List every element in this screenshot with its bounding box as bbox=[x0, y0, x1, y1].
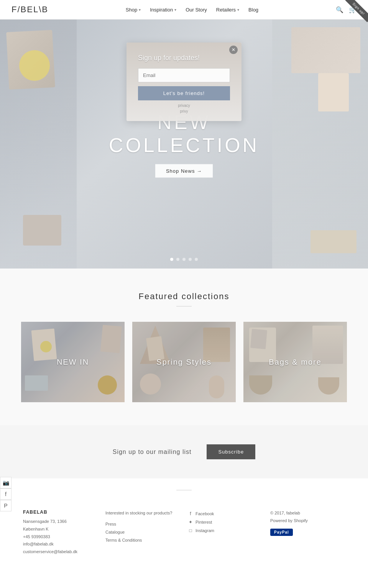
popup-privacy-text: privacy bbox=[138, 103, 230, 108]
footer-address-1: Nansensgade 73, 1366 bbox=[23, 518, 98, 526]
mailing-section: Sign up to our mailing list Subscribe bbox=[0, 425, 368, 478]
signup-popup: ✕ Sign up for updates! Let's be friends!… bbox=[127, 43, 242, 121]
hero-dot-5[interactable] bbox=[195, 258, 198, 261]
featured-section-title: Featured collections bbox=[12, 292, 356, 301]
footer-link-press[interactable]: Press bbox=[105, 520, 180, 528]
instagram-icon: □ bbox=[188, 528, 193, 533]
footer-facebook-link[interactable]: f Facebook bbox=[188, 509, 263, 518]
hero-dots bbox=[170, 258, 198, 261]
nav-shop[interactable]: Shop ▾ bbox=[126, 7, 141, 13]
collection-card-spring[interactable]: Spring Styles bbox=[132, 322, 236, 402]
popup-submit-button[interactable]: Let's be friends! bbox=[138, 86, 230, 100]
footer-link-catalogue[interactable]: Catalogue bbox=[105, 528, 180, 536]
signup-ribbon[interactable]: Sign up! bbox=[337, 0, 368, 31]
hero-dot-3[interactable] bbox=[182, 258, 186, 261]
logo[interactable]: F/BEL\B bbox=[12, 5, 48, 15]
footer-col-brand: FABELAB Nansensgade 73, 1366 København K… bbox=[23, 509, 98, 556]
chevron-down-icon: ▾ bbox=[237, 8, 239, 12]
header: F/BEL\B Shop ▾ Inspiration ▾ Our Story R… bbox=[0, 0, 368, 20]
footer: FABELAB Nansensgade 73, 1366 København K… bbox=[0, 490, 368, 571]
subscribe-button[interactable]: Subscribe bbox=[207, 444, 255, 459]
collections-grid: NEW IN Spring Styles Bags & more bbox=[12, 322, 356, 402]
privy-logo: privy bbox=[138, 109, 230, 113]
sidebar-social: 📷 f P bbox=[0, 477, 12, 511]
sidebar-facebook-button[interactable]: f bbox=[0, 488, 12, 500]
facebook-icon: f bbox=[188, 511, 193, 516]
footer-address-2: København K bbox=[23, 526, 98, 533]
collection-label-spring: Spring Styles bbox=[156, 358, 212, 367]
pinterest-icon: ✦ bbox=[188, 519, 193, 525]
nav-inspiration[interactable]: Inspiration ▾ bbox=[150, 7, 176, 13]
footer-link-terms[interactable]: Terms & Conditions bbox=[105, 536, 180, 544]
footer-col-social: f Facebook ✦ Pinterest □ Instagram bbox=[188, 509, 263, 556]
footer-trade-title: Interested in stocking our products? bbox=[105, 509, 180, 517]
collection-overlay-newin: NEW IN bbox=[21, 322, 125, 402]
chevron-down-icon: ▾ bbox=[139, 8, 141, 12]
footer-powered-text: Powered by Shopify bbox=[270, 517, 345, 525]
nav-retailers[interactable]: Retailers ▾ bbox=[216, 7, 239, 13]
nav-our-story[interactable]: Our Story bbox=[186, 7, 207, 13]
collection-overlay-spring: Spring Styles bbox=[132, 322, 236, 402]
collection-card-bags[interactable]: Bags & more bbox=[243, 322, 347, 402]
shop-news-button[interactable]: Shop News → bbox=[155, 164, 213, 178]
popup-email-input[interactable] bbox=[138, 68, 230, 82]
collection-label-newin: NEW IN bbox=[57, 358, 89, 367]
main-nav: Shop ▾ Inspiration ▾ Our Story Retailers… bbox=[126, 7, 258, 13]
hero-dot-4[interactable] bbox=[189, 258, 192, 261]
footer-email: info@fabelab.dk bbox=[23, 541, 98, 548]
sidebar-pinterest-button[interactable]: P bbox=[0, 500, 12, 511]
nav-blog[interactable]: Blog bbox=[248, 7, 258, 13]
sidebar-instagram-button[interactable]: 📷 bbox=[0, 477, 12, 488]
popup-title: Sign up for updates! bbox=[138, 54, 230, 62]
hero-dot-2[interactable] bbox=[176, 258, 179, 261]
hero-dot-1[interactable] bbox=[170, 258, 173, 261]
chevron-down-icon: ▾ bbox=[174, 8, 176, 12]
footer-brand-name: FABELAB bbox=[23, 509, 98, 515]
footer-col-copyright: © 2017, fabelab Powered by Shopify PayPa… bbox=[270, 509, 345, 556]
collection-label-bags: Bags & more bbox=[269, 358, 322, 367]
collection-card-newin[interactable]: NEW IN bbox=[21, 322, 125, 402]
footer-cs-email: customerservice@fabelab.dk bbox=[23, 548, 98, 556]
footer-grid: FABELAB Nansensgade 73, 1366 København K… bbox=[23, 502, 345, 556]
hero-section: NEw COLLECTION Shop News → ✕ Sign up for… bbox=[0, 20, 368, 269]
footer-col-trade: Interested in stocking our products? Pre… bbox=[105, 509, 180, 556]
footer-pinterest-link[interactable]: ✦ Pinterest bbox=[188, 518, 263, 526]
section-divider bbox=[176, 306, 192, 306]
featured-collections-section: Featured collections NEW IN Spring Styl bbox=[0, 269, 368, 425]
footer-instagram-link[interactable]: □ Instagram bbox=[188, 526, 263, 535]
paypal-badge: PayPal bbox=[270, 529, 293, 536]
footer-copyright-text: © 2017, fabelab bbox=[270, 509, 345, 517]
footer-phone: +45 93990383 bbox=[23, 533, 98, 541]
collection-overlay-bags: Bags & more bbox=[243, 322, 347, 402]
popup-close-button[interactable]: ✕ bbox=[229, 46, 238, 54]
mailing-text: Sign up to our mailing list bbox=[113, 449, 192, 455]
